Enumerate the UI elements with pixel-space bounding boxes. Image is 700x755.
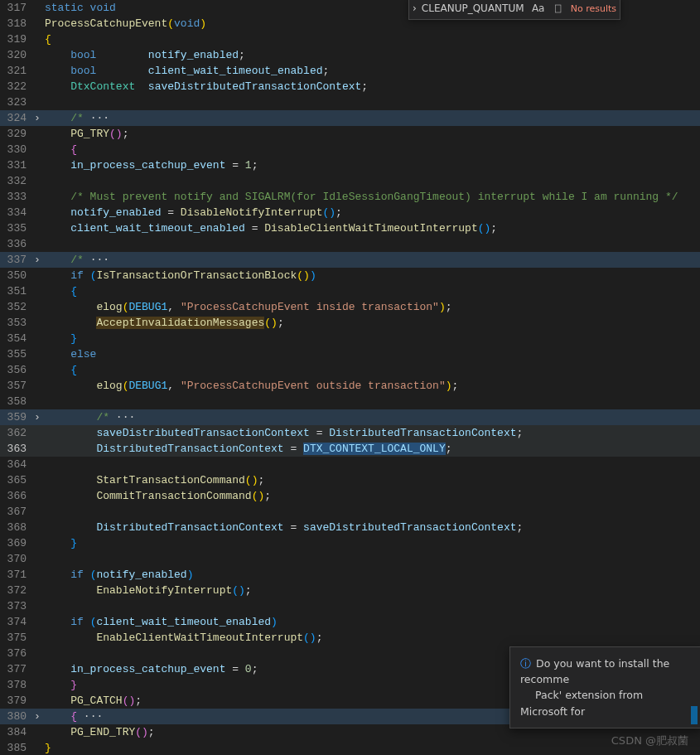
line-number: 351 [0, 283, 30, 299]
code-line[interactable]: elog(DEBUG1, "ProcessCatchupEvent outsid… [45, 378, 700, 394]
line-number: 321 [0, 63, 30, 79]
line-number: 329 [0, 126, 30, 142]
code-line[interactable]: { [45, 142, 700, 157]
line-number: 371 [0, 567, 30, 583]
line-number: 357 [0, 378, 30, 394]
line-number: 359 [0, 409, 30, 425]
line-number: 320 [0, 47, 30, 63]
code-line[interactable]: { [45, 283, 700, 299]
code-editor[interactable]: 317static void 318ProcessCatchupEvent(vo… [0, 0, 700, 755]
line-number: 377 [0, 661, 30, 677]
code-line[interactable]: { [45, 362, 700, 378]
line-number: 331 [0, 157, 30, 173]
line-number: 376 [0, 646, 30, 661]
line-number: 378 [0, 677, 30, 693]
code-line[interactable]: /* ··· [45, 409, 700, 425]
code-line[interactable]: notify_enabled = DisableNotifyInterrupt(… [45, 205, 700, 220]
line-number: 366 [0, 488, 30, 504]
code-line[interactable]: bool client_wait_timeout_enabled; [45, 63, 700, 79]
fold-chevron-icon[interactable]: › [30, 409, 45, 425]
extension-recommendation-toast[interactable]: ⓘDo you want to install the recomme Pack… [509, 646, 700, 729]
line-number: 319 [0, 31, 30, 47]
code-line[interactable]: elog(DEBUG1, "ProcessCatchupEvent inside… [45, 299, 700, 315]
line-number: 384 [0, 724, 30, 740]
code-line[interactable]: AcceptInvalidationMessages(); [45, 315, 700, 331]
search-term[interactable]: CLEANUP_QUANTUM [422, 1, 526, 17]
line-number: 318 [0, 16, 30, 31]
code-line[interactable]: EnableNotifyInterrupt(); [45, 583, 700, 598]
code-line[interactable]: StartTransactionCommand(); [45, 472, 700, 488]
code-line[interactable]: in_process_catchup_event = 1; [45, 157, 700, 173]
line-number: 337 [0, 252, 30, 268]
line-number: 385 [0, 740, 30, 755]
code-line[interactable]: /* ··· [45, 252, 700, 268]
line-number: 370 [0, 551, 30, 567]
fold-chevron-icon[interactable]: › [30, 252, 45, 268]
toast-message-line1: Do you want to install the recomme [520, 657, 669, 685]
toast-message-line2: Pack' extension from Microsoft for [520, 689, 643, 717]
line-number: 374 [0, 614, 30, 630]
watermark: CSDN @肥叔菌 [611, 733, 688, 748]
line-number: 380 [0, 709, 30, 724]
line-number: 363 [0, 441, 30, 457]
line-number: 330 [0, 142, 30, 157]
chevron-right-icon[interactable]: › [413, 1, 417, 17]
line-number: 333 [0, 189, 30, 205]
fold-chevron-icon[interactable]: › [30, 709, 45, 724]
find-widget[interactable]: › CLEANUP_QUANTUM Aa ⎕ No results [408, 0, 620, 20]
line-number: 335 [0, 220, 30, 236]
line-number: 317 [0, 0, 30, 16]
line-number: 353 [0, 315, 30, 331]
line-number: 375 [0, 630, 30, 646]
line-number: 322 [0, 79, 30, 94]
line-number: 352 [0, 299, 30, 315]
line-number: 365 [0, 472, 30, 488]
code-line[interactable]: EnableClientWaitTimeoutInterrupt(); [45, 630, 700, 646]
line-number: 332 [0, 173, 30, 189]
code-line[interactable]: DtxContext saveDistributedTransactionCon… [45, 79, 700, 94]
line-number: 324 [0, 110, 30, 126]
line-number: 356 [0, 362, 30, 378]
line-number: 323 [0, 94, 30, 110]
code-line[interactable]: } [45, 535, 700, 551]
code-line[interactable]: saveDistributedTransactionContext = Dist… [45, 425, 700, 441]
line-number: 368 [0, 520, 30, 535]
search-result-count: No results [571, 1, 616, 17]
match-case-icon[interactable]: Aa [531, 1, 546, 16]
code-line[interactable]: bool notify_enabled; [45, 47, 700, 63]
code-line[interactable]: client_wait_timeout_enabled = DisableCli… [45, 220, 700, 236]
line-number: 367 [0, 504, 30, 520]
code-line[interactable]: { [45, 31, 700, 47]
line-number: 369 [0, 535, 30, 551]
line-number: 355 [0, 346, 30, 362]
line-number: 364 [0, 457, 30, 472]
line-number: 372 [0, 583, 30, 598]
code-line[interactable]: /* ··· [45, 110, 700, 126]
line-number: 336 [0, 236, 30, 252]
line-number: 334 [0, 205, 30, 220]
code-line[interactable]: } [45, 740, 700, 755]
line-number: 358 [0, 394, 30, 409]
line-number: 350 [0, 268, 30, 283]
fold-chevron-icon[interactable]: › [30, 110, 45, 126]
code-line[interactable]: PG_TRY(); [45, 126, 700, 142]
info-icon: ⓘ [520, 656, 531, 671]
code-line[interactable]: DistributedTransactionContext = DTX_CONT… [45, 441, 700, 457]
code-line[interactable]: CommitTransactionCommand(); [45, 488, 700, 504]
code-line[interactable]: } [45, 331, 700, 346]
code-line[interactable]: else [45, 346, 700, 362]
code-line[interactable]: if (client_wait_timeout_enabled) [45, 614, 700, 630]
line-number: 373 [0, 598, 30, 614]
code-line[interactable]: /* Must prevent notify and SIGALRM(for I… [45, 189, 700, 205]
code-line[interactable]: if (notify_enabled) [45, 567, 700, 583]
toast-install-button[interactable] [691, 706, 698, 724]
line-number: 362 [0, 425, 30, 441]
line-number: 379 [0, 693, 30, 709]
code-line[interactable]: DistributedTransactionContext = saveDist… [45, 520, 700, 535]
line-number: 354 [0, 331, 30, 346]
code-line[interactable]: if (IsTransactionOrTransactionBlock()) [45, 268, 700, 283]
match-word-icon[interactable]: ⎕ [551, 1, 566, 16]
